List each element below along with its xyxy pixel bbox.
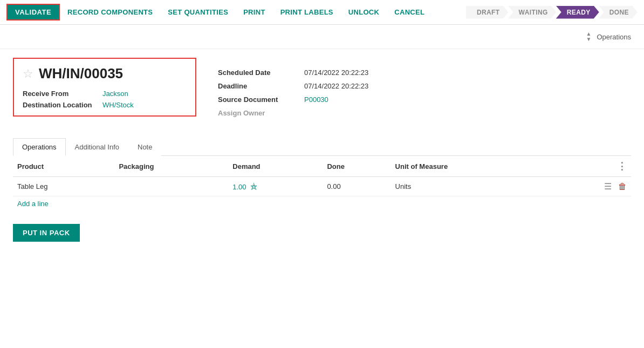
- col-demand: Demand: [228, 156, 323, 177]
- chart-icon[interactable]: ⛤: [250, 182, 258, 191]
- main-content: ☆ WH/IN/00035 Receive From Jackson Desti…: [0, 49, 644, 250]
- list-detail-icon[interactable]: ☰: [604, 182, 612, 191]
- cell-packaging: [114, 177, 228, 196]
- set-quantities-button[interactable]: SET QUANTITIES: [160, 8, 236, 16]
- record-id: WH/IN/00035: [39, 65, 123, 82]
- scheduled-date-value: 07/14/2022 20:22:23: [304, 69, 368, 77]
- toolbar: VALIDATE RECORD COMPONENTS SET QUANTITIE…: [0, 0, 644, 25]
- table-kebab-icon[interactable]: ⋮: [617, 161, 627, 172]
- cell-demand: 1.00 ⛤: [228, 177, 323, 196]
- scheduled-date-row: Scheduled Date 07/14/2022 20:22:23: [218, 69, 631, 77]
- table-row: Table Leg 1.00 ⛤ 0.00 Units ☰ 🗑: [13, 177, 631, 196]
- add-line-link[interactable]: Add a line: [13, 196, 53, 211]
- put-in-pack-button[interactable]: PUT IN PACK: [13, 224, 80, 242]
- receive-from-value[interactable]: Jackson: [102, 90, 128, 98]
- operations-panel-button[interactable]: ▲ ▼ Operations: [582, 29, 636, 44]
- cancel-button[interactable]: CANCEL: [387, 8, 432, 16]
- destination-row: Destination Location WH/Stock: [23, 101, 187, 109]
- tab-note[interactable]: Note: [128, 138, 161, 156]
- deadline-value: 07/14/2022 20:22:23: [304, 82, 368, 90]
- add-line-container: Add a line: [13, 196, 631, 211]
- col-done: Done: [323, 156, 390, 177]
- record-components-button[interactable]: RECORD COMPONENTS: [60, 8, 160, 16]
- col-actions: ⋮: [550, 156, 631, 177]
- validate-button[interactable]: VALIDATE: [6, 4, 60, 21]
- receive-from-label: Receive From: [23, 90, 98, 98]
- deadline-label: Deadline: [218, 82, 304, 90]
- tabs: Operations Additional Info Note: [13, 138, 631, 156]
- source-doc-label: Source Document: [218, 95, 304, 104]
- assign-owner-label: Assign Owner: [218, 109, 304, 117]
- col-packaging: Packaging: [114, 156, 228, 177]
- operations-panel-label: Operations: [597, 33, 631, 41]
- col-unit-of-measure: Unit of Measure: [391, 156, 550, 177]
- deadline-row: Deadline 07/14/2022 20:22:23: [218, 82, 631, 90]
- record-fields: Receive From Jackson Destination Locatio…: [23, 90, 187, 109]
- unlock-button[interactable]: UNLOCK: [341, 8, 387, 16]
- status-pipeline: DRAFT WAITING READY DONE: [467, 6, 638, 19]
- source-doc-value[interactable]: P00030: [304, 95, 328, 104]
- right-fields: Scheduled Date 07/14/2022 20:22:23 Deadl…: [218, 69, 631, 117]
- form-right: Scheduled Date 07/14/2022 20:22:23 Deadl…: [218, 58, 631, 127]
- status-done: DONE: [599, 6, 638, 19]
- destination-label: Destination Location: [23, 101, 98, 109]
- ops-panel-bar: ▲ ▼ Operations: [0, 25, 644, 49]
- record-header: ☆ WH/IN/00035 Receive From Jackson Desti…: [13, 58, 196, 117]
- status-waiting: WAITING: [508, 6, 557, 19]
- receive-from-row: Receive From Jackson: [23, 90, 187, 98]
- form-body: ☆ WH/IN/00035 Receive From Jackson Desti…: [13, 58, 631, 127]
- assign-owner-row: Assign Owner: [218, 109, 631, 117]
- print-button[interactable]: PRINT: [236, 8, 273, 16]
- destination-value[interactable]: WH/Stock: [102, 101, 134, 109]
- form-left: ☆ WH/IN/00035 Receive From Jackson Desti…: [13, 58, 196, 127]
- star-icon[interactable]: ☆: [23, 68, 33, 80]
- print-labels-button[interactable]: PRINT LABELS: [273, 8, 341, 16]
- table-header: Product Packaging Demand Done Unit of Me…: [13, 156, 631, 177]
- operations-table: Product Packaging Demand Done Unit of Me…: [13, 156, 631, 196]
- record-title-row: ☆ WH/IN/00035: [23, 65, 187, 82]
- cell-row-actions: ☰ 🗑: [550, 177, 631, 196]
- status-ready: READY: [556, 6, 599, 19]
- cell-unit: Units: [391, 177, 550, 196]
- tab-additional-info[interactable]: Additional Info: [66, 138, 128, 156]
- scheduled-date-label: Scheduled Date: [218, 69, 304, 77]
- demand-value: 1.00: [232, 183, 246, 191]
- cell-done: 0.00: [323, 177, 390, 196]
- col-product: Product: [13, 156, 114, 177]
- tab-operations[interactable]: Operations: [13, 138, 66, 156]
- toolbar-actions: VALIDATE RECORD COMPONENTS SET QUANTITIE…: [6, 4, 467, 21]
- source-doc-row: Source Document P00030: [218, 95, 631, 104]
- cell-product: Table Leg: [13, 177, 114, 196]
- delete-row-icon[interactable]: 🗑: [618, 182, 627, 191]
- status-draft: DRAFT: [466, 6, 509, 19]
- sort-arrows-icon: ▲ ▼: [586, 31, 592, 42]
